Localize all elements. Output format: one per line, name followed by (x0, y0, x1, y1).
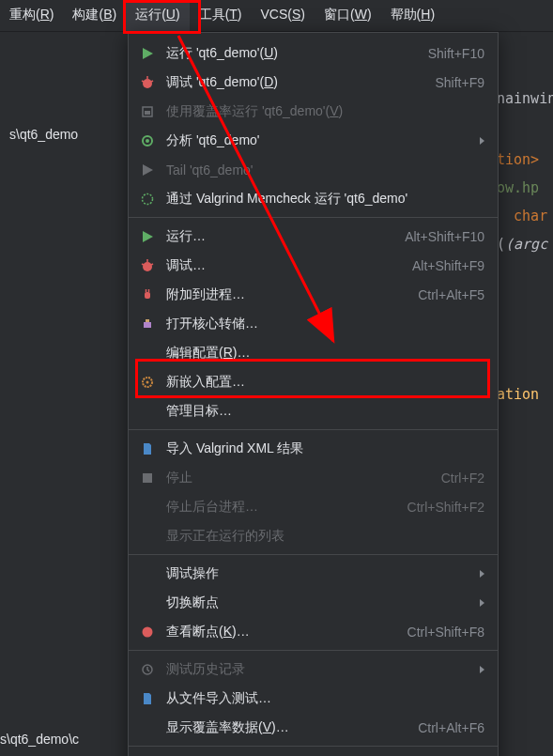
bug-red-icon (140, 75, 155, 90)
menu-item-8[interactable]: 调试…Alt+Shift+F9 (129, 251, 498, 280)
menu-item-11[interactable]: 编辑配置(R)… (129, 338, 498, 367)
menu-item-label: 显示覆盖率数据(V)… (166, 719, 407, 736)
blank-icon (140, 346, 155, 361)
menu-item-shortcut: Shift+F10 (428, 46, 484, 61)
menu-help[interactable]: 帮助(H) (381, 0, 444, 31)
gear-orange-icon (140, 375, 155, 390)
menu-separator (129, 217, 498, 218)
play-gray-icon (140, 162, 155, 177)
svg-marker-11 (143, 231, 153, 242)
svg-point-8 (146, 139, 149, 143)
svg-rect-23 (143, 473, 152, 483)
menu-item-22[interactable]: 查看断点(K)…Ctrl+Shift+F8 (129, 617, 498, 646)
menu-item-shortcut: Ctrl+Shift+F8 (407, 625, 484, 640)
menubar: 重构(R) 构建(B) 运行(U) 工具(T) VCS(S) 窗口(W) 帮助(… (0, 0, 553, 32)
menu-item-28[interactable]: 打开分析器快照 (129, 750, 498, 756)
svg-line-14 (142, 264, 144, 265)
svg-line-4 (151, 81, 153, 82)
svg-point-12 (143, 262, 152, 271)
svg-rect-20 (146, 319, 149, 322)
menu-item-shortcut: Ctrl+F2 (441, 471, 484, 486)
menu-item-1[interactable]: 调试 'qt6_demo'(D)Shift+F9 (129, 68, 498, 97)
menu-item-label: 运行 'qt6_demo'(U) (166, 45, 417, 62)
menu-item-label: Tail 'qt6_demo' (166, 162, 484, 177)
menu-separator (129, 554, 498, 555)
menu-item-7[interactable]: 运行…Alt+Shift+F10 (129, 222, 498, 251)
menu-item-label: 通过 Valgrind Memcheck 运行 'qt6_demo' (166, 191, 484, 208)
menu-item-18: 显示正在运行的列表 (129, 521, 498, 550)
menu-item-label: 调试操作 (166, 565, 469, 582)
menu-vcs[interactable]: VCS(S) (252, 0, 315, 31)
menu-item-label: 从文件导入测试… (166, 690, 484, 707)
run-menu-dropdown: 运行 'qt6_demo'(U)Shift+F10调试 'qt6_demo'(D… (128, 32, 499, 756)
menu-window[interactable]: 窗口(W) (315, 0, 381, 31)
menu-item-16: 停止Ctrl+F2 (129, 463, 498, 492)
menu-item-26[interactable]: 显示覆盖率数据(V)…Ctrl+Alt+F6 (129, 713, 498, 742)
chevron-right-icon (480, 599, 484, 607)
menu-refactor[interactable]: 重构(R) (0, 0, 63, 31)
svg-rect-16 (145, 292, 150, 299)
menu-item-shortcut: Alt+Shift+F9 (412, 258, 484, 273)
menu-item-label: 编辑配置(R)… (166, 345, 484, 362)
menu-item-9[interactable]: 附加到进程…Ctrl+Alt+F5 (129, 280, 498, 309)
svg-rect-19 (144, 322, 151, 328)
breakpoint-icon (140, 625, 155, 640)
menu-item-label: 新嵌入配置… (166, 374, 484, 391)
editor-code-fragment: nainwin tion> ow.hp char ((argc ation (497, 85, 553, 554)
menu-item-25[interactable]: 从文件导入测试… (129, 684, 498, 713)
menu-item-0[interactable]: 运行 'qt6_demo'(U)Shift+F10 (129, 39, 498, 68)
blank-icon (140, 595, 155, 610)
menu-item-24: 测试历史记录 (129, 655, 498, 684)
menu-separator (129, 650, 498, 651)
history-gray-icon (140, 662, 155, 677)
menu-item-17: 停止后台进程…Ctrl+Shift+F2 (129, 492, 498, 521)
svg-point-24 (143, 626, 153, 637)
menu-item-label: 查看断点(K)… (166, 624, 396, 640)
bug-red-icon (140, 258, 155, 273)
chevron-right-icon (480, 137, 484, 145)
menu-item-label: 停止后台进程… (166, 499, 396, 516)
project-tree-label[interactable]: s\qt6_demo (9, 127, 78, 142)
file-blue-icon (140, 691, 155, 706)
menu-item-label: 管理目标… (166, 403, 484, 420)
menu-item-label: 测试历史记录 (166, 661, 469, 678)
status-path: s\qt6_demo\c (0, 732, 79, 747)
menu-item-shortcut: Shift+F9 (435, 75, 484, 90)
menu-item-shortcut: Ctrl+Shift+F2 (407, 500, 484, 515)
analyze-green-icon (140, 133, 155, 148)
stop-gray-icon (140, 471, 155, 486)
blank-icon (140, 720, 155, 735)
menu-separator (129, 429, 498, 430)
menu-run[interactable]: 运行(U) (126, 0, 189, 31)
menu-build[interactable]: 构建(B) (63, 0, 126, 31)
menu-item-label: 使用覆盖率运行 'qt6_demo'(V) (166, 103, 484, 120)
menu-item-label: 调试… (166, 257, 401, 274)
menu-item-label: 显示正在运行的列表 (166, 528, 484, 545)
svg-marker-0 (143, 48, 153, 59)
menu-item-5[interactable]: 通过 Valgrind Memcheck 运行 'qt6_demo' (129, 184, 498, 213)
svg-marker-9 (143, 164, 153, 176)
play-green-icon (140, 229, 155, 244)
menu-item-shortcut: Alt+Shift+F10 (405, 229, 484, 244)
menu-item-12[interactable]: 新嵌入配置… (129, 367, 498, 396)
blank-icon (140, 529, 155, 544)
menu-item-20[interactable]: 调试操作 (129, 559, 498, 588)
menu-item-15[interactable]: 导入 Valgrind XML 结果 (129, 434, 498, 463)
menu-item-4: Tail 'qt6_demo' (129, 155, 498, 184)
svg-point-10 (143, 193, 153, 204)
menu-item-label: 停止 (166, 470, 430, 486)
menu-item-3[interactable]: 分析 'qt6_demo' (129, 126, 498, 155)
chevron-right-icon (480, 570, 484, 578)
menu-item-21[interactable]: 切换断点 (129, 588, 498, 617)
file-blue-icon (140, 441, 155, 456)
plug-red-icon (140, 287, 155, 302)
menu-item-label: 切换断点 (166, 594, 469, 611)
menu-tools[interactable]: 工具(T) (190, 0, 252, 31)
menu-item-label: 导入 Valgrind XML 结果 (166, 440, 484, 457)
menu-item-10[interactable]: 打开核心转储… (129, 309, 498, 338)
menu-item-2: 使用覆盖率运行 'qt6_demo'(V) (129, 97, 498, 126)
svg-point-22 (146, 380, 149, 383)
menu-item-shortcut: Ctrl+Alt+F6 (418, 720, 484, 735)
menu-item-shortcut: Ctrl+Alt+F5 (418, 287, 484, 302)
menu-item-13[interactable]: 管理目标… (129, 396, 498, 425)
